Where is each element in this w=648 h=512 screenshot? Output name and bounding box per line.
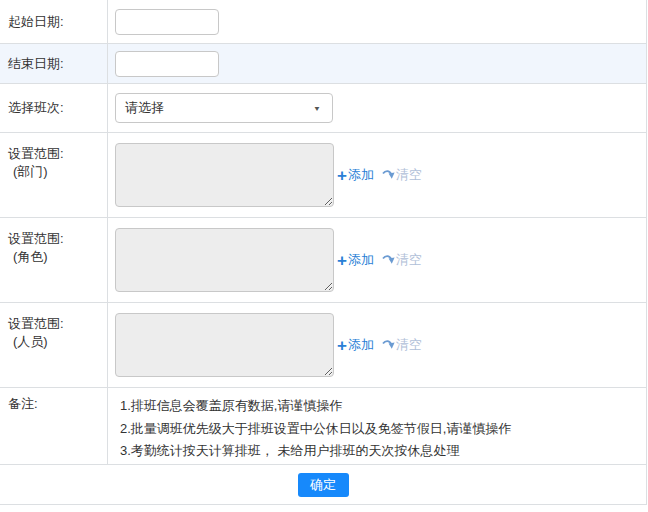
end-date-field-cell xyxy=(108,44,646,83)
start-date-label-cell: 起始日期: xyxy=(0,0,108,43)
row-shift-select: 选择班次: 请选择 ▼ xyxy=(0,84,646,133)
shift-field-cell: 请选择 ▼ xyxy=(108,84,646,132)
remark-notes: 1.排班信息会覆盖原有数据,请谨慎操作 2.批量调班优先级大于排班设置中公休日以… xyxy=(108,388,646,464)
curved-arrow-icon xyxy=(382,339,395,352)
chevron-down-icon: ▼ xyxy=(313,104,321,112)
scope-person-label-cell: 设置范围: (人员) xyxy=(0,303,108,387)
scope-person-textarea[interactable] xyxy=(115,313,334,377)
row-remark: 备注: 1.排班信息会覆盖原有数据,请谨慎操作 2.批量调班优先级大于排班设置中… xyxy=(0,388,646,465)
scope-dept-add-link[interactable]: +添加 xyxy=(337,166,374,184)
add-label: 添加 xyxy=(348,336,374,354)
scope-person-label: 设置范围: xyxy=(8,315,107,333)
add-label: 添加 xyxy=(348,251,374,269)
scope-person-field-cell: +添加 清空 xyxy=(108,303,646,387)
clear-label: 清空 xyxy=(396,336,422,354)
clear-label: 清空 xyxy=(396,251,422,269)
curved-arrow-icon xyxy=(382,169,395,182)
shift-select-value: 请选择 xyxy=(125,99,164,117)
clear-label: 清空 xyxy=(396,166,422,184)
footer-row: 确定 xyxy=(0,465,646,505)
scope-dept-textarea[interactable] xyxy=(115,143,334,207)
scope-dept-field-cell: +添加 清空 xyxy=(108,133,646,217)
plus-icon: + xyxy=(337,167,347,184)
scope-role-textarea[interactable] xyxy=(115,228,334,292)
start-date-label: 起始日期: xyxy=(8,13,107,31)
scope-role-clear-link[interactable]: 清空 xyxy=(382,251,422,269)
scope-dept-label: 设置范围: xyxy=(8,145,107,163)
remark-note-1: 1.排班信息会覆盖原有数据,请谨慎操作 xyxy=(120,395,638,418)
plus-icon: + xyxy=(337,337,347,354)
remark-label: 备注: xyxy=(8,395,107,413)
scope-person-sublabel: (人员) xyxy=(8,333,107,351)
scope-role-sublabel: (角色) xyxy=(8,248,107,266)
row-scope-dept: 设置范围: (部门) +添加 清空 xyxy=(0,133,646,218)
scope-person-actions: +添加 清空 xyxy=(337,336,422,354)
row-start-date: 起始日期: xyxy=(0,0,646,44)
add-label: 添加 xyxy=(348,166,374,184)
shift-select[interactable]: 请选择 ▼ xyxy=(115,93,333,123)
scope-dept-sublabel: (部门) xyxy=(8,163,107,181)
shift-label-cell: 选择班次: xyxy=(0,84,108,132)
end-date-label-cell: 结束日期: xyxy=(0,44,108,83)
start-date-field-cell xyxy=(108,0,646,43)
row-end-date: 结束日期: xyxy=(0,44,646,84)
plus-icon: + xyxy=(337,252,347,269)
scope-role-label: 设置范围: xyxy=(8,230,107,248)
row-scope-role: 设置范围: (角色) +添加 清空 xyxy=(0,218,646,303)
scope-dept-label-cell: 设置范围: (部门) xyxy=(0,133,108,217)
scope-person-add-link[interactable]: +添加 xyxy=(337,336,374,354)
scope-role-label-cell: 设置范围: (角色) xyxy=(0,218,108,302)
scope-role-add-link[interactable]: +添加 xyxy=(337,251,374,269)
remark-note-2: 2.批量调班优先级大于排班设置中公休日以及免签节假日,请谨慎操作 xyxy=(120,418,638,441)
end-date-input[interactable] xyxy=(115,51,219,77)
confirm-button[interactable]: 确定 xyxy=(298,473,349,497)
scope-dept-clear-link[interactable]: 清空 xyxy=(382,166,422,184)
batch-schedule-form: 起始日期: 结束日期: 选择班次: 请选择 ▼ 设置范围: (部门) xyxy=(0,0,647,505)
curved-arrow-icon xyxy=(382,254,395,267)
row-scope-person: 设置范围: (人员) +添加 清空 xyxy=(0,303,646,388)
scope-person-clear-link[interactable]: 清空 xyxy=(382,336,422,354)
scope-role-field-cell: +添加 清空 xyxy=(108,218,646,302)
remark-note-3: 3.考勤统计按天计算排班， 未给用户排班的天次按休息处理 xyxy=(120,440,638,463)
end-date-label: 结束日期: xyxy=(8,55,107,73)
shift-label: 选择班次: xyxy=(8,99,107,117)
remark-label-cell: 备注: xyxy=(0,388,108,464)
scope-role-actions: +添加 清空 xyxy=(337,251,422,269)
scope-dept-actions: +添加 清空 xyxy=(337,166,422,184)
start-date-input[interactable] xyxy=(115,9,219,35)
